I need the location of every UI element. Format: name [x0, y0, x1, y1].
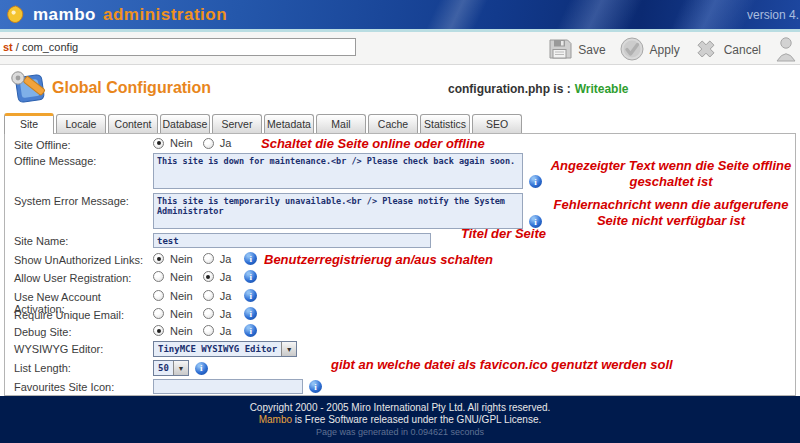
site-name-input[interactable] [153, 233, 431, 248]
tab-seo[interactable]: SEO [472, 114, 522, 133]
user-icon [774, 35, 798, 65]
annotation-system-error: Fehlernachricht wenn die aufgerufene Sei… [542, 197, 800, 229]
status-label: configuration.php is : [448, 82, 571, 96]
nein-radio-label[interactable]: Nein [170, 253, 193, 265]
tab-site[interactable]: Site [4, 113, 54, 134]
site-offline-nein-radio[interactable] [153, 138, 164, 149]
site-offline-ja-radio[interactable] [203, 138, 214, 149]
field-label: Debug Site: [14, 324, 153, 338]
field-label: Allow User Registration: [14, 270, 153, 284]
info-icon[interactable] [244, 289, 257, 302]
account-activation-ja-radio[interactable] [203, 290, 214, 301]
apply-label: Apply [650, 43, 680, 57]
tab-locale[interactable]: Locale [56, 114, 106, 133]
form-row-use-new-account-activation: Use New Account Activation: Nein Ja [5, 289, 795, 307]
offline-message-textarea[interactable]: This site is down for maintenance.<br />… [153, 153, 523, 189]
ja-radio-label[interactable]: Ja [220, 253, 232, 265]
tab-metadata[interactable]: Metadata [264, 114, 314, 133]
save-button[interactable]: Save [547, 37, 605, 64]
mambo-logo-icon [6, 5, 25, 24]
form-row-require-unique-email: Require Unique Email: Nein Ja [5, 307, 795, 324]
apply-button[interactable]: Apply [619, 36, 680, 65]
nein-radio-label[interactable]: Nein [170, 271, 193, 283]
footer-brand: Mambo [259, 414, 292, 425]
allow-registration-ja-radio[interactable] [203, 271, 214, 282]
unique-email-ja-radio[interactable] [203, 308, 214, 319]
nein-radio-label[interactable]: Nein [170, 290, 193, 302]
field-label: Site Name: [14, 233, 153, 247]
list-length-select[interactable]: 50 [153, 360, 189, 376]
tab-statistics[interactable]: Statistics [420, 114, 470, 133]
status-value: Writeable [575, 82, 629, 96]
info-icon[interactable] [244, 252, 257, 265]
tab-database[interactable]: Database [160, 114, 210, 133]
breadcrumb: st / com_config [0, 38, 356, 56]
cancel-button[interactable]: Cancel [693, 36, 761, 65]
field-label: System Error Message: [14, 193, 153, 207]
wysiwyg-editor-selected-value: TinyMCE WYSIWYG Editor [154, 342, 281, 356]
list-length-selected-value: 50 [154, 361, 173, 375]
info-icon[interactable] [244, 270, 257, 283]
debug-site-ja-radio[interactable] [203, 325, 214, 336]
breadcrumb-site: st [3, 41, 13, 53]
annotation-site-name: Titel der Seite [461, 226, 546, 242]
field-label: Require Unique Email: [14, 307, 153, 321]
footer: Copyright 2000 - 2005 Miro International… [0, 396, 800, 443]
page-header: Global Configuration configuration.php i… [0, 65, 800, 112]
save-icon [547, 37, 573, 64]
site-config-panel: Site Offline: Nein Ja Offline Message: T… [4, 133, 796, 396]
field-label: WYSIWYG Editor: [14, 341, 153, 355]
show-unauthorized-nein-radio[interactable] [153, 253, 164, 264]
tab-cache[interactable]: Cache [368, 114, 418, 133]
ja-radio-label[interactable]: Ja [220, 290, 232, 302]
chevron-down-icon [281, 342, 296, 356]
field-label: Favourites Site Icon: [14, 379, 153, 393]
form-row-site-name: Site Name: [5, 233, 795, 252]
version-label: version 4. [747, 8, 799, 22]
chevron-down-icon [173, 361, 188, 375]
info-icon[interactable] [244, 307, 257, 320]
allow-registration-nein-radio[interactable] [153, 271, 164, 282]
tab-content[interactable]: Content [108, 114, 158, 133]
page-title: Global Configuration [52, 79, 211, 97]
debug-site-nein-radio[interactable] [153, 325, 164, 336]
unique-email-nein-radio[interactable] [153, 308, 164, 319]
cancel-x-icon [693, 36, 719, 65]
help-user-button[interactable] [774, 35, 798, 65]
show-unauthorized-ja-radio[interactable] [203, 253, 214, 264]
system-error-message-textarea[interactable]: This site is temporarily unavailable.<br… [153, 193, 523, 229]
info-icon[interactable] [195, 362, 208, 375]
brand-name: mambo [33, 5, 96, 25]
config-tabs: Site Locale Content Database Server Meta… [4, 112, 796, 133]
global-configuration-icon [8, 69, 48, 111]
footer-generation-time: Page was generated in 0.094621 seconds [0, 426, 800, 438]
info-icon[interactable] [529, 175, 542, 188]
favourites-site-icon-input[interactable] [153, 379, 303, 394]
annotation-site-offline: Schaltet die Seite online oder offline [261, 136, 485, 152]
breadcrumb-path: / com_config [13, 41, 78, 53]
config-writeable-status: configuration.php is :Writeable [448, 82, 628, 96]
save-label: Save [578, 43, 605, 57]
account-activation-nein-radio[interactable] [153, 290, 164, 301]
cancel-label: Cancel [724, 43, 761, 57]
tab-server[interactable]: Server [212, 114, 262, 133]
footer-copyright: Copyright 2000 - 2005 Miro International… [0, 402, 800, 414]
form-row-debug-site: Debug Site: Nein Ja [5, 324, 795, 341]
nein-radio-label[interactable]: Nein [170, 137, 193, 149]
ja-radio-label[interactable]: Ja [220, 271, 232, 283]
form-row-favourites-site-icon: Favourites Site Icon: [5, 379, 795, 396]
brand-suffix: administration [103, 5, 227, 25]
nein-radio-label[interactable]: Nein [170, 308, 193, 320]
field-label: List Length: [14, 360, 153, 374]
ja-radio-label[interactable]: Ja [220, 308, 232, 320]
ja-radio-label[interactable]: Ja [220, 325, 232, 337]
wysiwyg-editor-select[interactable]: TinyMCE WYSIWYG Editor [153, 341, 297, 357]
field-label: Show UnAuthorized Links: [14, 252, 153, 266]
annotation-favicon: gibt an welche datei als favicon.ico gen… [331, 357, 673, 373]
info-icon[interactable] [244, 324, 257, 337]
nein-radio-label[interactable]: Nein [170, 325, 193, 337]
info-icon[interactable] [309, 380, 322, 393]
tab-mail[interactable]: Mail [316, 114, 366, 133]
ja-radio-label[interactable]: Ja [220, 137, 232, 149]
form-row-allow-user-registration: Allow User Registration: Nein Ja [5, 270, 795, 289]
